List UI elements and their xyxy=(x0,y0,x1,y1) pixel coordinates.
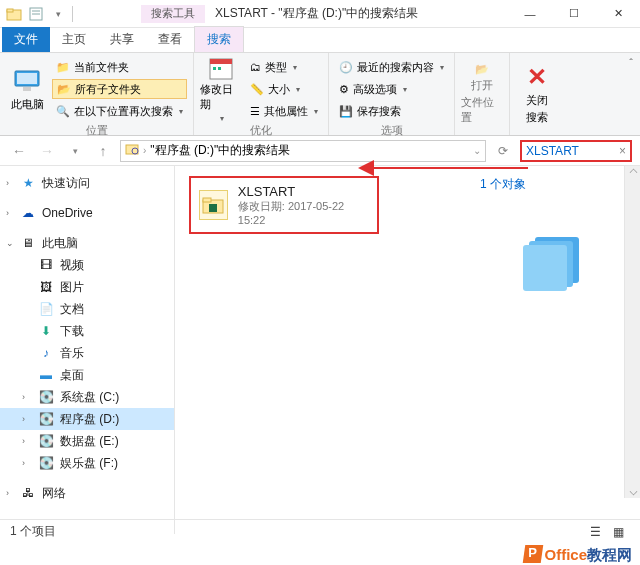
result-name: XLSTART xyxy=(238,184,369,199)
save-search-button[interactable]: 💾保存搜索 xyxy=(335,101,448,121)
drive-icon: 💽 xyxy=(38,455,54,471)
folders-icon: 📂 xyxy=(57,83,71,96)
svg-rect-15 xyxy=(203,198,211,202)
calendar-icon xyxy=(207,56,235,80)
group-options-label: 选项 xyxy=(335,121,448,140)
kind-icon: 🗂 xyxy=(250,61,261,73)
pc-icon: 🖥 xyxy=(20,235,36,251)
window-controls: — ☐ ✕ xyxy=(508,0,640,28)
sidebar-network[interactable]: ›🖧网络 xyxy=(0,482,174,504)
close-search-button[interactable]: ✕ 关闭 搜索 xyxy=(516,64,558,124)
sidebar-item-drive-c[interactable]: ›💽系统盘 (C:) xyxy=(0,386,174,408)
recent-searches-button[interactable]: 🕘最近的搜索内容▾ xyxy=(335,57,448,77)
sidebar-item-drive-f[interactable]: ›💽娱乐盘 (F:) xyxy=(0,452,174,474)
open-file-location-button[interactable]: 📂 打开 文件位置 xyxy=(461,64,503,124)
breadcrumb[interactable]: › "程序盘 (D:)"中的搜索结果 ⌄ xyxy=(120,140,486,162)
group-refine-label: 优化 xyxy=(200,121,322,140)
folder-small-icon: 📁 xyxy=(56,61,70,74)
sidebar-item-music[interactable]: ♪音乐 xyxy=(0,342,174,364)
current-folder-button[interactable]: 📁当前文件夹 xyxy=(52,57,187,77)
breadcrumb-dropdown-icon[interactable]: ⌄ xyxy=(473,145,481,156)
back-button[interactable]: ← xyxy=(8,140,30,162)
content-area: ›★快速访问 ›☁OneDrive ⌄🖥此电脑 🎞视频 🖼图片 📄文档 ⬇下载 … xyxy=(0,166,640,534)
clear-search-icon[interactable]: × xyxy=(619,144,626,158)
search-again-icon: 🔍 xyxy=(56,105,70,118)
drive-icon: 💽 xyxy=(38,433,54,449)
result-folder-xlstart[interactable]: XLSTART 修改日期: 2017-05-22 15:22 xyxy=(189,176,379,234)
view-icons-icon[interactable]: ▦ xyxy=(607,525,630,539)
folder-result-icon xyxy=(199,190,228,220)
kind-button[interactable]: 🗂类型▾ xyxy=(246,57,322,77)
properties-icon[interactable] xyxy=(28,6,44,22)
svg-rect-6 xyxy=(17,73,37,84)
tab-view[interactable]: 查看 xyxy=(146,27,194,52)
result-meta: 修改日期: 2017-05-22 15:22 xyxy=(238,199,369,226)
save-icon: 💾 xyxy=(339,105,353,118)
date-modified-button[interactable]: 修改日期▾ xyxy=(200,59,242,119)
advanced-icon: ⚙ xyxy=(339,83,349,96)
sidebar-item-desktop[interactable]: ▬桌面 xyxy=(0,364,174,386)
vertical-scrollbar[interactable] xyxy=(624,166,640,498)
sidebar-this-pc[interactable]: ⌄🖥此电脑 xyxy=(0,232,174,254)
sidebar-onedrive[interactable]: ›☁OneDrive xyxy=(0,202,174,224)
search-again-button[interactable]: 🔍在以下位置再次搜索▾ xyxy=(52,101,187,121)
maximize-button[interactable]: ☐ xyxy=(552,0,596,28)
minimize-button[interactable]: — xyxy=(508,0,552,28)
forward-button[interactable]: → xyxy=(36,140,58,162)
qat-dropdown-icon[interactable]: ▾ xyxy=(50,6,66,22)
sidebar-quick-access[interactable]: ›★快速访问 xyxy=(0,172,174,194)
search-input[interactable]: XLSTART × xyxy=(520,140,632,162)
results-list: XLSTART 修改日期: 2017-05-22 15:22 xyxy=(175,166,470,534)
svg-rect-19 xyxy=(523,245,567,291)
preview-folder-icon xyxy=(519,223,591,295)
ribbon-group-location: 此电脑 📁当前文件夹 📂所有子文件夹 🔍在以下位置再次搜索▾ 位置 xyxy=(0,53,194,135)
ribbon-group-options: 🕘最近的搜索内容▾ ⚙高级选项▾ 💾保存搜索 选项 xyxy=(329,53,455,135)
advanced-options-button[interactable]: ⚙高级选项▾ xyxy=(335,79,448,99)
tab-home[interactable]: 主页 xyxy=(50,27,98,52)
all-subfolders-button[interactable]: 📂所有子文件夹 xyxy=(52,79,187,99)
ribbon-group-open: 📂 打开 文件位置 xyxy=(455,53,510,135)
svg-rect-1 xyxy=(7,9,13,12)
recent-icon: 🕘 xyxy=(339,61,353,74)
close-button[interactable]: ✕ xyxy=(596,0,640,28)
refresh-button[interactable]: ⟳ xyxy=(492,140,514,162)
sidebar-item-videos[interactable]: 🎞视频 xyxy=(0,254,174,276)
watermark-icon xyxy=(523,545,544,563)
this-pc-label: 此电脑 xyxy=(11,97,44,112)
document-icon: 📄 xyxy=(38,301,54,317)
search-result-icon xyxy=(125,142,139,159)
ribbon-group-close: ✕ 关闭 搜索 xyxy=(510,53,564,135)
sidebar-item-documents[interactable]: 📄文档 xyxy=(0,298,174,320)
breadcrumb-text: "程序盘 (D:)"中的搜索结果 xyxy=(150,142,290,159)
network-icon: 🖧 xyxy=(20,485,36,501)
monitor-icon xyxy=(13,67,41,95)
sidebar-item-pictures[interactable]: 🖼图片 xyxy=(0,276,174,298)
svg-rect-9 xyxy=(210,59,232,64)
picture-icon: 🖼 xyxy=(38,279,54,295)
tab-file[interactable]: 文件 xyxy=(2,27,50,52)
drive-icon: 💽 xyxy=(38,389,54,405)
close-x-icon: ✕ xyxy=(523,63,551,91)
view-details-icon[interactable]: ☰ xyxy=(584,525,607,539)
other-props-button[interactable]: ☰其他属性▾ xyxy=(246,101,322,121)
svg-rect-10 xyxy=(213,67,216,70)
tab-share[interactable]: 共享 xyxy=(98,27,146,52)
up-button[interactable]: ↑ xyxy=(92,140,114,162)
sidebar-item-drive-d[interactable]: ›💽程序盘 (D:) xyxy=(0,408,174,430)
sidebar-item-downloads[interactable]: ⬇下载 xyxy=(0,320,174,342)
navigation-pane: ›★快速访问 ›☁OneDrive ⌄🖥此电脑 🎞视频 🖼图片 📄文档 ⬇下载 … xyxy=(0,166,175,534)
status-bar: 1 个项目 ☰ ▦ xyxy=(0,519,640,543)
sidebar-item-drive-e[interactable]: ›💽数据盘 (E:) xyxy=(0,430,174,452)
status-text: 1 个项目 xyxy=(10,523,56,540)
svg-rect-16 xyxy=(209,204,217,212)
title-bar: ▾ 搜索工具 XLSTART - "程序盘 (D:)"中的搜索结果 — ☐ ✕ xyxy=(0,0,640,28)
watermark: Office教程网 xyxy=(524,545,632,565)
ribbon: 此电脑 📁当前文件夹 📂所有子文件夹 🔍在以下位置再次搜索▾ 位置 修改日期▾ … xyxy=(0,52,640,136)
recent-locations-button[interactable]: ▾ xyxy=(64,140,86,162)
this-pc-button[interactable]: 此电脑 xyxy=(6,59,48,119)
ribbon-collapse-button[interactable]: ˆ xyxy=(622,53,640,135)
tab-search[interactable]: 搜索 xyxy=(194,26,244,52)
size-button[interactable]: 📏大小▾ xyxy=(246,79,322,99)
ribbon-tabs: 文件 主页 共享 查看 搜索 xyxy=(0,28,640,52)
preview-pane: 1 个对象 xyxy=(470,166,640,534)
